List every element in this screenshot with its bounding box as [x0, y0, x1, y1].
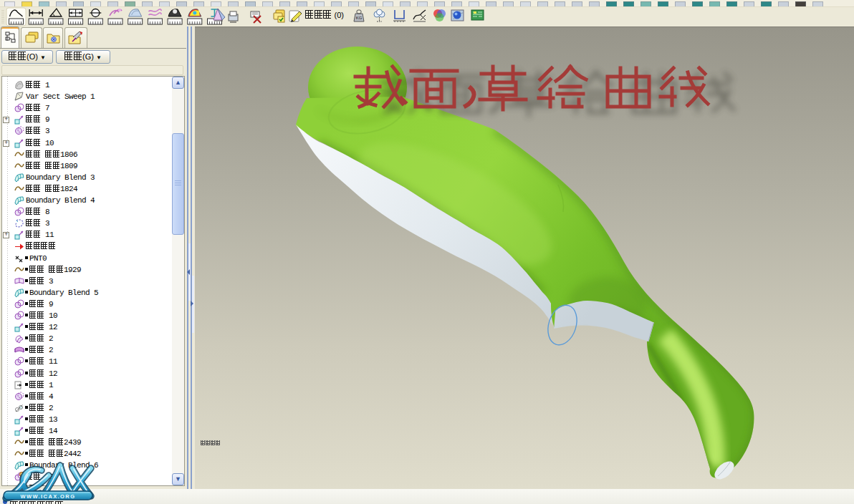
svg-text:KG: KG	[356, 16, 363, 20]
svg-text:WWW.ICAX.ORG: WWW.ICAX.ORG	[21, 493, 76, 500]
